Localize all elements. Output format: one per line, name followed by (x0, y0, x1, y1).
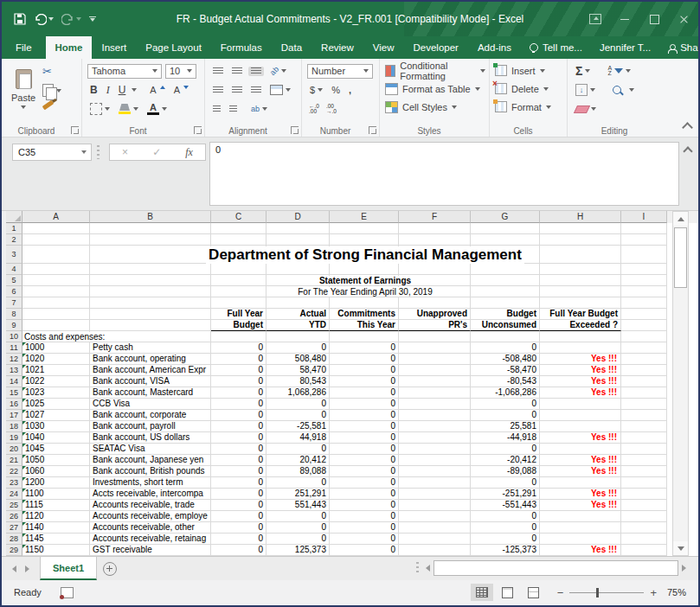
horizontal-scrollbar-thumb[interactable] (433, 560, 678, 576)
cell-A16[interactable]: 1025 (22, 399, 90, 410)
cell-D13[interactable]: 58,470 (267, 365, 330, 376)
fill-button[interactable]: ↓ (573, 83, 598, 97)
cell-I20[interactable] (621, 444, 667, 455)
cell-H8[interactable]: Full Year Budget (540, 309, 621, 320)
cell-D9[interactable]: YTD (267, 320, 330, 331)
cell-I6[interactable] (621, 286, 667, 297)
zoom-out-button[interactable]: − (557, 586, 564, 599)
macro-record-icon[interactable] (61, 587, 74, 598)
cell-I27[interactable] (621, 522, 667, 534)
cell-H10[interactable] (540, 331, 621, 342)
cell-F11[interactable] (399, 342, 471, 354)
tell-me-box[interactable]: Tell me... (521, 36, 591, 59)
cell-A20[interactable]: 1045 (22, 444, 90, 455)
cell-E26[interactable]: 0 (330, 511, 399, 522)
row-header-29[interactable]: 29 (6, 545, 22, 556)
cell-H21[interactable]: Yes !!! (540, 455, 621, 466)
cell-A23[interactable]: 1200 (22, 477, 90, 489)
cell-H29[interactable]: Yes !!! (540, 545, 621, 556)
cell-E21[interactable]: 0 (330, 455, 399, 466)
cell-E20[interactable]: 0 (330, 444, 399, 455)
cell-D21[interactable]: 20,412 (267, 455, 330, 466)
undo-button[interactable] (34, 14, 54, 25)
conditional-formatting-button[interactable]: Conditional Formatting (385, 61, 485, 80)
cell-G26[interactable]: 0 (471, 511, 540, 522)
cell-I13[interactable] (621, 365, 667, 376)
cell-D22[interactable]: 89,088 (267, 466, 330, 477)
horizontal-scrollbar[interactable] (426, 560, 686, 576)
cell-E7[interactable] (330, 297, 399, 309)
cell-I28[interactable] (621, 534, 667, 545)
row-header-17[interactable]: 17 (6, 410, 22, 421)
cell-I29[interactable] (621, 545, 667, 556)
zoom-slider-thumb[interactable] (596, 588, 599, 597)
cell-G17[interactable]: 0 (471, 410, 540, 421)
sheet-tab-sheet1[interactable]: Sheet1 (40, 557, 97, 580)
cell-I4[interactable] (621, 264, 667, 275)
formula-input[interactable]: 0 (209, 142, 679, 206)
cell-G21[interactable]: -20,412 (471, 455, 540, 466)
cell-H23[interactable] (540, 477, 621, 489)
cell-B7[interactable] (90, 297, 211, 309)
cell-D14[interactable]: 80,543 (267, 376, 330, 387)
cell-C23[interactable]: 0 (211, 477, 267, 489)
cell-A29[interactable]: 1150 (22, 545, 90, 556)
increase-indent-button[interactable] (227, 105, 240, 114)
select-all-button[interactable] (6, 211, 22, 223)
cell-F19[interactable] (399, 432, 471, 444)
account-user[interactable]: Jennifer T... (591, 36, 659, 59)
cell-D15[interactable]: 1,068,286 (267, 387, 330, 399)
cell-D17[interactable]: 0 (267, 410, 330, 421)
cell-E18[interactable]: 0 (330, 421, 399, 432)
cell-F26[interactable] (399, 511, 471, 522)
cell-G29[interactable]: -125,373 (471, 545, 540, 556)
cell-D10[interactable] (267, 331, 330, 342)
cell-C8[interactable]: Full Year (211, 309, 267, 320)
redo-button[interactable] (61, 14, 81, 25)
cell-A4[interactable] (22, 264, 90, 275)
tab-review[interactable]: Review (311, 36, 363, 59)
cell-C9[interactable]: Budget (211, 320, 267, 331)
cell-G11[interactable]: 0 (471, 342, 540, 354)
cell-D8[interactable]: Actual (267, 309, 330, 320)
cell-F6[interactable] (399, 286, 471, 297)
name-box-dropdown-icon[interactable] (81, 150, 87, 154)
cell-G3[interactable] (471, 246, 540, 264)
cell-C19[interactable]: 0 (211, 432, 267, 444)
row-header-2[interactable]: 2 (6, 234, 22, 246)
previous-sheet-icon[interactable] (12, 565, 16, 572)
align-bottom-button[interactable] (248, 67, 264, 76)
cell-C24[interactable]: 0 (211, 489, 267, 500)
accounting-format-button[interactable]: $ (307, 84, 325, 96)
column-header-A[interactable]: A (22, 211, 90, 223)
column-header-D[interactable]: D (267, 211, 330, 223)
cell-F28[interactable] (399, 534, 471, 545)
cell-B4[interactable] (90, 264, 211, 275)
cell-E5[interactable] (330, 275, 399, 286)
cell-G5[interactable] (471, 275, 540, 286)
row-header-21[interactable]: 21 (6, 455, 22, 466)
cell-G12[interactable]: -508,480 (471, 354, 540, 365)
formula-bar-grip[interactable] (97, 145, 100, 159)
row-header-14[interactable]: 14 (6, 376, 22, 387)
cell-C26[interactable]: 0 (211, 511, 267, 522)
cell-A17[interactable]: 1027 (22, 410, 90, 421)
cell-D12[interactable]: 508,480 (267, 354, 330, 365)
customize-qat-button[interactable] (89, 16, 96, 22)
copy-button[interactable] (40, 83, 64, 98)
row-header-16[interactable]: 16 (6, 399, 22, 410)
tab-developer[interactable]: Developer (404, 36, 468, 59)
collapse-ribbon-button[interactable] (682, 122, 693, 133)
cell-A3[interactable] (22, 246, 90, 264)
column-header-I[interactable]: I (621, 211, 667, 223)
cell-H4[interactable] (540, 264, 621, 275)
cell-B17[interactable]: Bank account, corporate (90, 410, 211, 421)
cell-I18[interactable] (621, 421, 667, 432)
clear-button[interactable] (573, 105, 599, 114)
scroll-right-icon[interactable] (682, 565, 686, 572)
paste-dropdown-icon[interactable] (21, 105, 26, 109)
cell-I8[interactable] (621, 309, 667, 320)
cell-E15[interactable]: 0 (330, 387, 399, 399)
cell-B13[interactable]: Bank account, American Expr (90, 365, 211, 376)
row-header-15[interactable]: 15 (6, 387, 22, 399)
